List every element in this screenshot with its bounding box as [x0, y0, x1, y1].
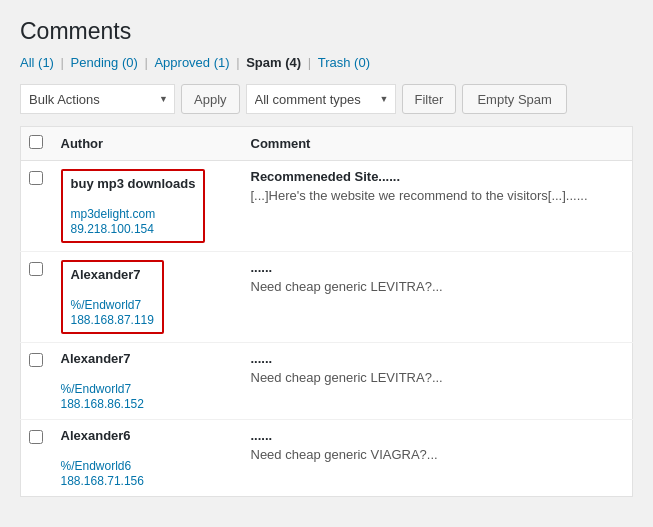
comment-body: Need cheap generic VIAGRA?...	[251, 447, 623, 462]
comment-title: ......	[251, 260, 623, 275]
page-title: Comments	[20, 18, 633, 45]
row-checkbox-cell	[21, 420, 51, 497]
page-wrap: Comments All (1) | Pending (0) | Approve…	[0, 0, 653, 527]
row-checkbox[interactable]	[29, 262, 43, 276]
th-author: Author	[51, 127, 241, 161]
row-comment-cell: ......Need cheap generic LEVITRA?...	[241, 252, 633, 343]
author-site[interactable]: %/Endworld7	[71, 298, 142, 312]
tab-all-count: (1)	[38, 55, 54, 70]
tab-trash-count: (0)	[354, 55, 370, 70]
filter-tabs: All (1) | Pending (0) | Approved (1) | S…	[20, 55, 633, 70]
author-name: Alexander7	[71, 267, 154, 282]
author-name: buy mp3 downloads	[71, 176, 196, 191]
tab-spam[interactable]: Spam (4)	[246, 55, 301, 70]
author-ip[interactable]: 188.168.87.119	[71, 313, 154, 327]
comment-body: Need cheap generic LEVITRA?...	[251, 279, 623, 294]
comment-title: Recommeneded Site......	[251, 169, 623, 184]
comment-body: [...]Here's the website we recommend to …	[251, 188, 623, 203]
filter-button[interactable]: Filter	[402, 84, 457, 114]
comment-types-wrap: All comment types	[246, 84, 396, 114]
author-site[interactable]: mp3delight.com	[71, 207, 156, 221]
comments-tbody: buy mp3 downloadsmp3delight.com89.218.10…	[21, 161, 633, 497]
row-comment-cell: ......Need cheap generic LEVITRA?...	[241, 343, 633, 420]
bulk-actions-wrap: Bulk Actions Delete Not Spam	[20, 84, 175, 114]
row-author-cell: Alexander7%/Endworld7188.168.87.119	[51, 252, 241, 343]
row-checkbox-cell	[21, 161, 51, 252]
tab-approved[interactable]: Approved (1)	[154, 55, 229, 70]
author-site[interactable]: %/Endworld6	[61, 459, 132, 473]
table-row: Alexander7%/Endworld7188.168.87.119.....…	[21, 252, 633, 343]
comments-table: Author Comment buy mp3 downloadsmp3delig…	[20, 126, 633, 497]
author-name: Alexander7	[61, 351, 231, 366]
comment-title: ......	[251, 351, 623, 366]
table-row: Alexander7%/Endworld7188.168.86.152.....…	[21, 343, 633, 420]
author-name: Alexander6	[61, 428, 231, 443]
table-header-row: Author Comment	[21, 127, 633, 161]
row-comment-cell: Recommeneded Site......[...]Here's the w…	[241, 161, 633, 252]
row-checkbox[interactable]	[29, 171, 43, 185]
comment-types-select[interactable]: All comment types	[246, 84, 396, 114]
row-checkbox[interactable]	[29, 430, 43, 444]
row-comment-cell: ......Need cheap generic VIAGRA?...	[241, 420, 633, 497]
tab-pending-count: (0)	[122, 55, 138, 70]
author-site[interactable]: %/Endworld7	[61, 382, 132, 396]
tab-all[interactable]: All (1)	[20, 55, 54, 70]
tab-trash[interactable]: Trash (0)	[318, 55, 370, 70]
row-checkbox-cell	[21, 343, 51, 420]
author-ip[interactable]: 89.218.100.154	[71, 222, 154, 236]
tab-approved-count: (1)	[214, 55, 230, 70]
row-author-cell: Alexander7%/Endworld7188.168.86.152	[51, 343, 241, 420]
tablenav-top: Bulk Actions Delete Not Spam Apply All c…	[20, 80, 633, 118]
comment-title: ......	[251, 428, 623, 443]
row-checkbox[interactable]	[29, 353, 43, 367]
author-ip[interactable]: 188.168.86.152	[61, 397, 144, 411]
row-author-cell: Alexander6%/Endworld6188.168.71.156	[51, 420, 241, 497]
row-checkbox-cell	[21, 252, 51, 343]
empty-spam-button[interactable]: Empty Spam	[462, 84, 566, 114]
tab-pending[interactable]: Pending (0)	[71, 55, 138, 70]
comment-body: Need cheap generic LEVITRA?...	[251, 370, 623, 385]
table-row: buy mp3 downloadsmp3delight.com89.218.10…	[21, 161, 633, 252]
apply-button[interactable]: Apply	[181, 84, 240, 114]
th-comment: Comment	[241, 127, 633, 161]
table-row: Alexander6%/Endworld6188.168.71.156.....…	[21, 420, 633, 497]
select-all-checkbox[interactable]	[29, 135, 43, 149]
th-checkbox	[21, 127, 51, 161]
row-author-cell: buy mp3 downloadsmp3delight.com89.218.10…	[51, 161, 241, 252]
author-ip[interactable]: 188.168.71.156	[61, 474, 144, 488]
bulk-actions-select[interactable]: Bulk Actions Delete Not Spam	[20, 84, 175, 114]
